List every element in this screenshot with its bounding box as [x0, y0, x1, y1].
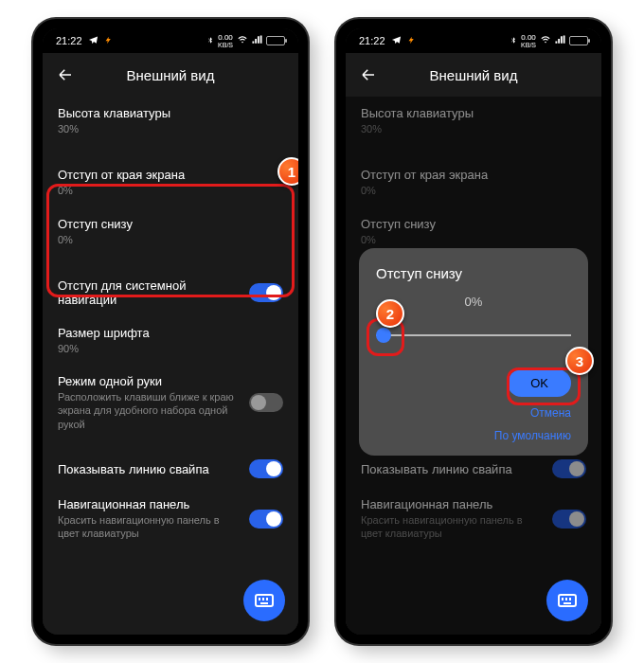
default-link[interactable]: По умолчанию: [376, 429, 571, 442]
phone-left: 21:22 0.00 KB/S: [33, 19, 308, 644]
status-bar: 21:22 0.00 KB/S: [43, 28, 298, 53]
row-system-nav-padding[interactable]: Отступ для системной навигации: [43, 269, 298, 316]
status-bar: 21:22 0.00 KB/S: [346, 28, 601, 53]
toggle-swipe-line[interactable]: [249, 459, 283, 478]
row-bottom-padding[interactable]: Отступ снизу 0%: [43, 207, 298, 269]
battery-icon: [266, 36, 285, 45]
cancel-link[interactable]: Отмена: [376, 406, 571, 420]
keyboard-icon: [558, 594, 577, 607]
step-badge-3: 3: [565, 347, 594, 375]
wifi-icon: [540, 35, 551, 46]
signal-icon: [252, 35, 262, 46]
dialog-title: Отступ снизу: [376, 265, 571, 281]
net-unit: KB/S: [218, 42, 233, 48]
wifi-icon: [237, 35, 248, 46]
back-button[interactable]: [359, 65, 378, 84]
telegram-icon: [391, 35, 402, 47]
keyboard-fab[interactable]: [243, 580, 285, 621]
app-header: Внешний вид: [43, 53, 298, 97]
screen-left: 21:22 0.00 KB/S: [43, 28, 298, 635]
status-time: 21:22: [56, 35, 82, 46]
row-font-size[interactable]: Размер шрифта 90%: [43, 316, 298, 365]
settings-list: Высота клавиатуры 30% Отступ от края экр…: [43, 97, 298, 635]
row-keyboard-height[interactable]: Высота клавиатуры 30%: [43, 97, 298, 145]
step-badge-1: 1: [277, 157, 298, 186]
toggle-nav-panel[interactable]: [249, 510, 283, 529]
dialog-slider[interactable]: [376, 326, 571, 345]
lightning-icon: [104, 35, 113, 47]
keyboard-fab[interactable]: [546, 580, 588, 621]
row-edge-padding[interactable]: Отступ от края экрана 0%: [43, 145, 298, 206]
bluetooth-icon: [510, 35, 517, 47]
lightning-icon: [407, 35, 416, 47]
settings-list: Высота клавиатуры 30% Отступ от края экр…: [346, 97, 601, 635]
back-button[interactable]: [56, 65, 75, 84]
keyboard-icon: [255, 594, 274, 607]
screen-right: 21:22 0.00 KB/S: [346, 28, 601, 635]
page-title: Внешний вид: [397, 67, 550, 83]
bluetooth-icon: [206, 35, 214, 47]
battery-icon: [569, 36, 588, 45]
bottom-padding-dialog: Отступ снизу 0% OK Отмена По умолчанию: [359, 248, 588, 456]
toggle-one-hand[interactable]: [249, 393, 283, 412]
status-time: 21:22: [359, 35, 385, 46]
row-nav-panel[interactable]: Навигационная панель Красить навигационн…: [43, 488, 298, 550]
row-one-hand[interactable]: Режим одной руки Расположить клавиши бли…: [43, 365, 298, 440]
toggle-system-nav[interactable]: [249, 283, 283, 302]
phone-right: 21:22 0.00 KB/S: [336, 19, 611, 644]
net-speed: 0.00: [218, 34, 233, 42]
step-badge-2: 2: [376, 299, 404, 328]
page-title: Внешний вид: [94, 67, 247, 83]
signal-icon: [555, 35, 565, 46]
telegram-icon: [88, 35, 98, 47]
app-header: Внешний вид: [346, 53, 601, 97]
dialog-value: 0%: [376, 295, 571, 309]
ok-button[interactable]: OK: [508, 369, 571, 397]
row-swipe-line[interactable]: Показывать линию свайпа: [43, 440, 298, 488]
slider-thumb[interactable]: [376, 328, 391, 343]
